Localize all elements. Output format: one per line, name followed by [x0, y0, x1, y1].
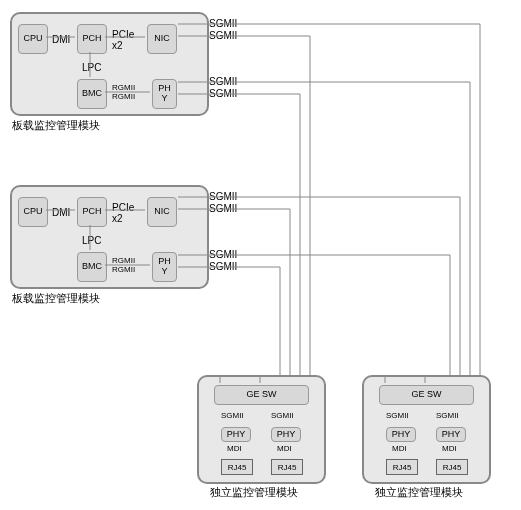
- sgmii-l-2: SGMII: [386, 412, 409, 421]
- nic-chip: NIC: [147, 24, 177, 54]
- dmi-label: DMI: [52, 34, 70, 45]
- board2-sgmii-bot1: SGMII: [209, 249, 237, 260]
- lpc-label-2: LPC: [82, 235, 101, 246]
- rj45-l-2: RJ45: [386, 459, 418, 475]
- ge-sw-chip-2: GE SW: [379, 385, 474, 405]
- mdi-r-2: MDI: [442, 445, 457, 454]
- pch-chip-2: PCH: [77, 197, 107, 227]
- board-module-1: CPU DMI PCH PCIe x2 NIC LPC BMC RGMII RG…: [10, 12, 209, 116]
- ge-sw-chip-1: GE SW: [214, 385, 309, 405]
- board2-sgmii-top2: SGMII: [209, 203, 237, 214]
- board2-sgmii-bot2: SGMII: [209, 261, 237, 272]
- dmi-label-2: DMI: [52, 207, 70, 218]
- switch-1-caption: 独立监控管理模块: [210, 485, 298, 500]
- bmc-chip-2: BMC: [77, 252, 107, 282]
- rj45-r-1: RJ45: [271, 459, 303, 475]
- cpu-chip-2: CPU: [18, 197, 48, 227]
- switch-2-caption: 独立监控管理模块: [375, 485, 463, 500]
- phy-l-2: PHY: [386, 427, 416, 442]
- board1-sgmii-bot1: SGMII: [209, 76, 237, 87]
- board-1-caption: 板载监控管理模块: [12, 118, 100, 133]
- sgmii-l-1: SGMII: [221, 412, 244, 421]
- switch-module-2: GE SW SGMII SGMII PHY PHY MDI MDI RJ45 R…: [362, 375, 491, 484]
- board-module-2: CPU DMI PCH PCIe x2 NIC LPC BMC RGMII RG…: [10, 185, 209, 289]
- sgmii-r-1: SGMII: [271, 412, 294, 421]
- rj45-r-2: RJ45: [436, 459, 468, 475]
- pcie-label-2: PCIe x2: [112, 202, 134, 224]
- lpc-label: LPC: [82, 62, 101, 73]
- rgmii-label: RGMII RGMII: [112, 84, 135, 102]
- board1-sgmii-top1: SGMII: [209, 18, 237, 29]
- phy-r-2: PHY: [436, 427, 466, 442]
- sgmii-r-2: SGMII: [436, 412, 459, 421]
- mdi-l-1: MDI: [227, 445, 242, 454]
- bmc-chip: BMC: [77, 79, 107, 109]
- rj45-l-1: RJ45: [221, 459, 253, 475]
- mdi-l-2: MDI: [392, 445, 407, 454]
- pcie-label: PCIe x2: [112, 29, 134, 51]
- board2-sgmii-top1: SGMII: [209, 191, 237, 202]
- pch-chip: PCH: [77, 24, 107, 54]
- nic-chip-2: NIC: [147, 197, 177, 227]
- phy-l-1: PHY: [221, 427, 251, 442]
- rgmii-label-2: RGMII RGMII: [112, 257, 135, 275]
- board1-sgmii-bot2: SGMII: [209, 88, 237, 99]
- board-2-caption: 板载监控管理模块: [12, 291, 100, 306]
- cpu-chip: CPU: [18, 24, 48, 54]
- switch-module-1: GE SW SGMII SGMII PHY PHY MDI MDI RJ45 R…: [197, 375, 326, 484]
- phy-chip-2: PH Y: [152, 252, 177, 282]
- phy-r-1: PHY: [271, 427, 301, 442]
- mdi-r-1: MDI: [277, 445, 292, 454]
- board1-sgmii-top2: SGMII: [209, 30, 237, 41]
- phy-chip: PH Y: [152, 79, 177, 109]
